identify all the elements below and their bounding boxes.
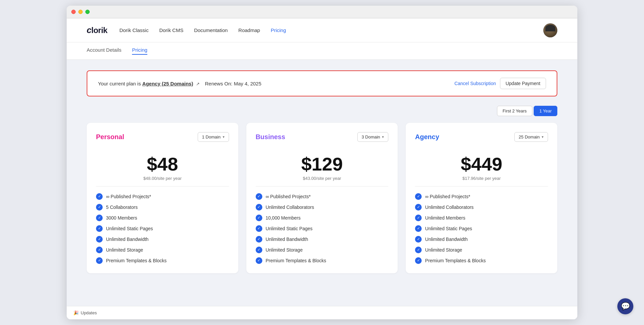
personal-price-sub: $48.00/site per year [96,176,229,181]
check-icon: ✓ [415,215,422,221]
check-icon: ✓ [256,236,262,243]
check-icon: ✓ [415,204,422,211]
nav-documentation[interactable]: Documentation [194,27,228,33]
list-item: ✓ 3000 Members [96,215,229,221]
feature-label: ∞ Published Projects* [106,194,151,199]
personal-card-header: Personal 1 Domain ▾ [96,132,229,142]
chevron-down-icon: ▾ [542,135,544,139]
maximize-button[interactable] [85,10,90,14]
list-item: ✓ 5 Collaborators [96,204,229,211]
updates-button[interactable]: 🎉 Updates [73,310,97,315]
agency-price-section: $449 $17.96/site per year [415,148,548,187]
avatar-image [543,23,557,37]
party-popper-icon: 🎉 [73,310,79,315]
check-icon: ✓ [415,225,422,232]
update-payment-button[interactable]: Update Payment [500,78,546,89]
list-item: ✓ Unlimited Storage [96,247,229,253]
logo-icon: c [87,25,91,35]
feature-label: Unlimited Static Pages [425,226,472,231]
nav-left: c lorik Dorik Classic Dorik CMS Document… [87,25,286,35]
chat-button[interactable]: 💬 [617,298,633,314]
close-button[interactable] [71,10,76,14]
check-icon: ✓ [96,236,103,243]
feature-label: Unlimited Members [425,215,465,221]
check-icon: ✓ [415,247,422,253]
logo[interactable]: c lorik [87,25,107,35]
agency-domain-select[interactable]: 25 Domain ▾ [514,132,548,142]
list-item: ✓ ∞ Published Projects* [96,193,229,200]
nav-links: Dorik Classic Dorik CMS Documentation Ro… [119,27,286,33]
current-plan-label: Your current plan is [98,81,141,86]
nav-roadmap[interactable]: Roadmap [238,27,260,33]
check-icon: ✓ [256,204,262,211]
business-price-section: $129 $43.00/site per year [256,148,389,187]
list-item: ✓ Unlimited Bandwidth [415,236,548,243]
updates-label: Updates [81,310,97,315]
business-plan-card: Business 3 Domain ▾ $129 $43.00/site per… [246,123,398,273]
feature-label: Unlimited Bandwidth [425,237,468,242]
external-link-icon[interactable]: ↗ [196,81,200,86]
check-icon: ✓ [415,257,422,264]
personal-plan-title: Personal [96,133,124,141]
personal-domain-select[interactable]: 1 Domain ▾ [198,132,229,142]
personal-plan-card: Personal 1 Domain ▾ $48 $48.00/site per … [87,123,238,273]
check-icon: ✓ [96,257,103,264]
check-icon: ✓ [256,225,262,232]
feature-label: Unlimited Collaborators [266,205,314,210]
check-icon: ✓ [415,236,422,243]
list-item: ✓ ∞ Published Projects* [256,193,389,200]
business-plan-title: Business [256,133,285,141]
agency-domain-value: 25 Domain [519,134,540,139]
list-item: ✓ Unlimited Storage [415,247,548,253]
list-item: ✓ Unlimited Static Pages [415,225,548,232]
app-window: c lorik Dorik Classic Dorik CMS Document… [67,6,577,319]
renews-text: Renews On: May 4, 2025 [205,81,261,86]
list-item: ✓ Premium Templates & Blocks [256,257,389,264]
agency-plan-title: Agency [415,133,439,141]
main-content: Your current plan is Agency (25 Domains)… [67,60,577,306]
agency-features-list: ✓ ∞ Published Projects* ✓ Unlimited Coll… [415,193,548,264]
tab-account-details[interactable]: Account Details [87,47,121,55]
feature-label: Unlimited Storage [106,247,143,253]
personal-price: $48 [96,154,229,175]
titlebar [67,6,577,18]
chevron-down-icon: ▾ [382,135,384,139]
personal-price-section: $48 $48.00/site per year [96,148,229,187]
avatar[interactable] [543,23,557,37]
renews-date: May 4, 2025 [234,81,261,86]
check-icon: ✓ [96,204,103,211]
nav-dorik-classic[interactable]: Dorik Classic [119,27,149,33]
feature-label: ∞ Published Projects* [425,194,470,199]
list-item: ✓ Unlimited Collaborators [415,204,548,211]
cancel-subscription-button[interactable]: Cancel Subscription [454,81,496,86]
feature-label: 5 Collaborators [106,205,138,210]
billing-toggle: First 2 Years 1 Year [87,106,557,116]
1-year-button[interactable]: 1 Year [534,106,557,116]
personal-domain-value: 1 Domain [202,134,221,139]
list-item: ✓ Unlimited Storage [256,247,389,253]
current-plan-box: Your current plan is Agency (25 Domains)… [87,70,557,96]
check-icon: ✓ [96,247,103,253]
plan-actions: Cancel Subscription Update Payment [454,78,546,89]
chevron-down-icon: ▾ [223,135,225,139]
list-item: ✓ Unlimited Collaborators [256,204,389,211]
first-2-years-button[interactable]: First 2 Years [497,106,532,116]
minimize-button[interactable] [78,10,83,14]
tab-pricing[interactable]: Pricing [132,47,147,55]
business-price-sub: $43.00/site per year [256,176,389,181]
logo-text: lorik [91,26,107,35]
feature-label: Unlimited Static Pages [266,226,313,231]
personal-features-list: ✓ ∞ Published Projects* ✓ 5 Collaborator… [96,193,229,264]
nav-dorik-cms[interactable]: Dorik CMS [159,27,184,33]
current-plan-text: Your current plan is Agency (25 Domains)… [98,81,261,86]
list-item: ✓ Unlimited Bandwidth [96,236,229,243]
navbar: c lorik Dorik Classic Dorik CMS Document… [67,18,577,42]
feature-label: Premium Templates & Blocks [425,258,486,263]
feature-label: ∞ Published Projects* [266,194,311,199]
feature-label: Unlimited Storage [425,247,462,253]
check-icon: ✓ [256,247,262,253]
business-domain-select[interactable]: 3 Domain ▾ [357,132,389,142]
nav-pricing[interactable]: Pricing [271,27,286,33]
agency-card-header: Agency 25 Domain ▾ [415,132,548,142]
feature-label: Unlimited Bandwidth [106,237,149,242]
